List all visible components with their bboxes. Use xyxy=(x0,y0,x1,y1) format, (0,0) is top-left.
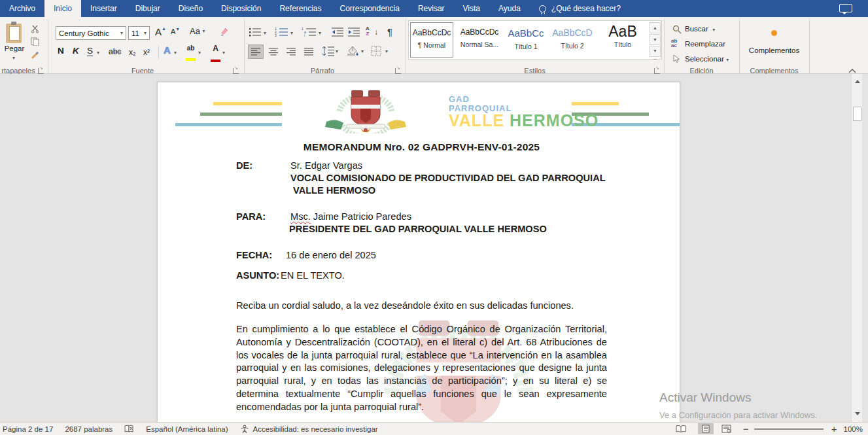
accessibility-status[interactable]: Accesibilidad: es necesario investigar xyxy=(253,425,378,433)
tab-archivo[interactable]: Archivo xyxy=(0,0,44,17)
copy-icon[interactable] xyxy=(31,37,39,46)
text-effects-dropdown-icon[interactable]: ▾ xyxy=(174,50,177,56)
select-button[interactable]: Seleccionar ▾ xyxy=(685,55,729,63)
zoom-percentage[interactable]: 100% xyxy=(844,425,863,433)
underline-button[interactable]: S xyxy=(87,46,93,56)
multilevel-list-icon[interactable]: 1ai xyxy=(301,27,317,37)
underline-dropdown-icon[interactable]: ▾ xyxy=(97,50,99,56)
styles-gallery: AaBbCcDc ¶ Normal AaBbCcDc Normal Sa... … xyxy=(408,20,662,60)
comments-icon[interactable] xyxy=(839,4,852,12)
tab-inicio[interactable]: Inicio xyxy=(44,0,81,17)
numbering-dropdown-icon[interactable]: ▾ xyxy=(290,30,293,36)
font-color-button[interactable]: A xyxy=(211,44,220,65)
vertical-scrollbar[interactable] xyxy=(851,74,862,422)
borders-icon[interactable] xyxy=(371,46,381,56)
paragraph-dialog-launcher[interactable] xyxy=(395,68,401,74)
style-titulo-1[interactable]: AaBbCc Título 1 xyxy=(504,22,547,58)
scroll-up-button[interactable] xyxy=(853,77,861,85)
borders-dropdown-icon[interactable]: ▾ xyxy=(385,48,388,54)
justify-button[interactable] xyxy=(301,44,317,59)
bullets-icon[interactable] xyxy=(249,27,262,37)
search-icon xyxy=(672,25,682,34)
text-effects-button[interactable]: A xyxy=(164,44,171,56)
tell-me-label: ¿Qué desea hacer? xyxy=(551,4,621,13)
tab-diseno[interactable]: Diseño xyxy=(169,0,212,17)
font-color-dropdown-icon[interactable]: ▾ xyxy=(222,50,225,56)
font-family-select[interactable]: Century Gothic▾ xyxy=(56,26,126,40)
zoom-in-button[interactable]: + xyxy=(831,423,837,434)
strikethrough-button[interactable]: abc xyxy=(109,47,121,56)
tab-correspondencia[interactable]: Correspondencia xyxy=(330,0,408,17)
font-size-value: 11 xyxy=(131,29,139,37)
word-count[interactable]: 2687 palabras xyxy=(65,425,113,433)
font-dialog-launcher[interactable] xyxy=(233,68,239,74)
tab-insertar[interactable]: Insertar xyxy=(81,0,126,17)
collapse-ribbon-icon[interactable] xyxy=(848,64,856,69)
tab-referencias[interactable]: Referencias xyxy=(270,0,330,17)
language-indicator[interactable]: Español (América latina) xyxy=(146,425,228,433)
tab-disposicion[interactable]: Disposición xyxy=(212,0,270,17)
increase-indent-icon[interactable] xyxy=(347,27,360,37)
document-canvas[interactable]: GAD PARROQUIAL VALLE HERMOSO xyxy=(0,74,868,422)
bullets-dropdown-icon[interactable]: ▾ xyxy=(264,30,266,36)
cut-icon[interactable] xyxy=(31,25,39,33)
italic-button[interactable]: K xyxy=(73,46,79,56)
decrease-indent-icon[interactable] xyxy=(331,27,344,37)
body-paragraph: En cumplimiento a lo que establece el Có… xyxy=(236,323,607,414)
styles-dialog-launcher[interactable] xyxy=(654,68,660,74)
page-indicator[interactable]: Página 2 de 17 xyxy=(3,425,53,433)
highlight-dropdown-icon[interactable]: ▾ xyxy=(198,50,201,56)
styles-scroll-up[interactable]: ▲ xyxy=(650,22,661,33)
tab-vista[interactable]: Vista xyxy=(454,0,489,17)
bold-button[interactable]: N xyxy=(58,46,64,56)
styles-more-button[interactable]: ▼─ xyxy=(650,46,661,57)
find-button[interactable]: Buscar ▾ xyxy=(685,25,715,33)
shrink-font-button[interactable]: A▼ xyxy=(171,27,180,35)
clipboard-dialog-launcher[interactable] xyxy=(38,68,44,74)
line-spacing-dropdown-icon[interactable]: ▾ xyxy=(336,48,338,54)
highlight-button[interactable]: ab xyxy=(186,44,196,63)
font-size-select[interactable]: 11▾ xyxy=(128,26,150,40)
numbering-icon[interactable]: 123 xyxy=(274,27,288,37)
style-titulo-2[interactable]: AaBbCcD Título 2 xyxy=(551,22,594,58)
align-center-button[interactable] xyxy=(266,44,281,59)
change-case-button[interactable]: Aa ▾ xyxy=(190,26,205,36)
paste-dropdown-icon[interactable]: ▾ xyxy=(12,55,15,61)
align-left-button[interactable] xyxy=(248,44,264,59)
tab-revisar[interactable]: Revisar xyxy=(409,0,454,17)
styles-scroll-down[interactable]: ▼ xyxy=(650,34,661,45)
paste-label[interactable]: Pegar xyxy=(0,44,29,52)
multilevel-dropdown-icon[interactable]: ▾ xyxy=(319,30,321,36)
sort-icon[interactable]: A Z xyxy=(366,26,370,37)
replace-button[interactable]: Reemplazar xyxy=(685,40,725,48)
svg-text:3: 3 xyxy=(275,33,277,37)
pilcrow-button[interactable]: ¶ xyxy=(387,26,392,37)
line-spacing-icon[interactable] xyxy=(322,46,335,56)
style-normal[interactable]: AaBbCcDc ¶ Normal xyxy=(410,22,453,58)
addins-button[interactable]: Complementos xyxy=(739,25,809,54)
print-layout-button[interactable] xyxy=(698,423,714,434)
tab-dibujar[interactable]: Dibujar xyxy=(126,0,169,17)
ribbon-tab-bar: Archivo Inicio Insertar Dibujar Diseño D… xyxy=(0,0,868,17)
clear-formatting-icon[interactable] xyxy=(218,26,230,37)
tab-ayuda[interactable]: Ayuda xyxy=(489,0,530,17)
proofing-errors-icon[interactable] xyxy=(124,425,134,433)
format-painter-icon[interactable] xyxy=(30,50,40,60)
scroll-down-button[interactable] xyxy=(853,409,861,418)
align-right-button[interactable] xyxy=(283,44,299,59)
grow-font-button[interactable]: A▲ xyxy=(155,26,166,37)
web-layout-button[interactable] xyxy=(721,425,731,433)
shading-dropdown-icon[interactable]: ▾ xyxy=(361,48,364,54)
document-page[interactable]: GAD PARROQUIAL VALLE HERMOSO xyxy=(157,82,680,422)
shading-icon[interactable] xyxy=(346,45,359,56)
read-mode-button[interactable] xyxy=(676,425,686,433)
subscript-button[interactable]: x₂ xyxy=(129,48,136,57)
zoom-out-button[interactable]: − xyxy=(743,423,749,434)
zoom-slider[interactable] xyxy=(754,428,824,430)
style-normal-sa[interactable]: AaBbCcDc Normal Sa... xyxy=(458,22,501,58)
scrollbar-thumb[interactable] xyxy=(853,107,861,121)
superscript-button[interactable]: x² xyxy=(143,48,150,57)
style-titulo[interactable]: AaB Título xyxy=(597,22,648,58)
para-role: PRESIDENTE DEL GAD PARROQUIAL VALLE HERM… xyxy=(289,224,547,234)
tell-me-box[interactable]: ¿Qué desea hacer? xyxy=(539,0,621,17)
